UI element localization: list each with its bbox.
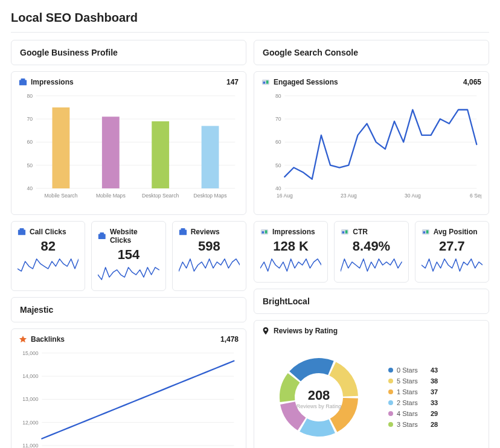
engaged-line-chart: 405060708016 Aug23 Aug30 Aug6 Sep — [261, 90, 481, 205]
legend-name: 5 Stars — [397, 377, 427, 385]
legend-value: 28 — [431, 421, 438, 428]
kpi-reviews: Reviews 598 — [172, 221, 246, 291]
donut-legend: 0 Stars435 Stars381 Stars372 Stars334 St… — [388, 366, 438, 428]
section-header-gbp: Google Business Profile — [11, 40, 246, 65]
svg-rect-21 — [20, 228, 24, 231]
divider — [11, 32, 489, 33]
legend-value: 38 — [431, 377, 438, 385]
legend-name: 1 Stars — [397, 388, 427, 395]
kpi-value: 128 K — [260, 238, 321, 254]
gbp-kpi-row: Call Clicks 82 Website Clicks 154 Review… — [11, 221, 246, 291]
kpi-title: Avg Position — [434, 228, 478, 236]
svg-rect-12 — [53, 107, 70, 188]
svg-text:40: 40 — [275, 185, 281, 191]
gbp-logo-icon — [19, 78, 27, 86]
svg-text:50: 50 — [27, 162, 33, 168]
widget-value: 4,065 — [463, 78, 481, 86]
kpi-value: 154 — [98, 247, 159, 263]
reviews-by-rating-card: Reviews by Rating 208Reviews by Rating 0… — [254, 320, 489, 448]
widget-title: Impressions — [31, 78, 74, 86]
svg-text:80: 80 — [27, 93, 33, 99]
kpi-title: Reviews — [191, 228, 220, 236]
gsc-logo-icon — [261, 78, 270, 86]
legend-name: 3 Stars — [397, 421, 427, 428]
kpi-title: CTR — [353, 228, 368, 236]
gbp-impressions-card: Impressions 147 4050607080Mobile SearchM… — [11, 71, 246, 215]
svg-text:40: 40 — [27, 185, 33, 191]
svg-text:Desktop Search: Desktop Search — [142, 193, 179, 199]
legend-row: 0 Stars43 — [388, 366, 438, 374]
svg-text:30 Aug: 30 Aug — [405, 193, 421, 199]
kpi-title: Impressions — [272, 228, 315, 236]
legend-value: 29 — [431, 410, 438, 417]
svg-text:15,000: 15,000 — [22, 350, 39, 356]
svg-text:23 Aug: 23 Aug — [341, 193, 357, 199]
right-column: Google Search Console Engaged Sessions 4… — [254, 40, 489, 448]
svg-text:70: 70 — [27, 116, 33, 122]
left-column: Google Business Profile Impressions 147 … — [11, 40, 246, 448]
legend-row: 3 Stars28 — [388, 421, 438, 428]
gsc-logo-icon — [260, 228, 269, 236]
kpi-ctr: CTR 8.49% — [334, 221, 408, 283]
svg-text:70: 70 — [275, 116, 281, 122]
section-header-majestic: Majestic — [11, 297, 246, 322]
legend-dot — [388, 389, 393, 394]
legend-name: 4 Stars — [397, 410, 427, 417]
gsc-kpi-row: Impressions 128 K CTR 8.49% Avg Position… — [254, 221, 489, 283]
svg-rect-42 — [266, 80, 269, 83]
gbp-logo-icon — [98, 232, 106, 240]
kpi-value: 8.49% — [341, 238, 402, 254]
gbp-logo-icon — [18, 228, 26, 236]
svg-text:11,000: 11,000 — [22, 443, 39, 448]
kpi-impressions: Impressions 128 K — [254, 221, 328, 283]
svg-rect-23 — [100, 232, 104, 234]
section-title: BrightLocal — [263, 296, 480, 306]
legend-row: 1 Stars37 — [388, 388, 438, 395]
svg-rect-59 — [265, 230, 268, 233]
legend-value: 43 — [431, 366, 438, 374]
section-title: Google Search Console — [263, 48, 480, 57]
section-header-brightlocal: BrightLocal — [254, 289, 489, 314]
kpi-avg-position: Avg Position 27.7 — [415, 221, 489, 283]
svg-text:13,000: 13,000 — [22, 396, 39, 402]
svg-text:80: 80 — [275, 93, 281, 99]
page-title: Local SEO Dashboard — [11, 11, 489, 25]
sparkline — [260, 257, 321, 274]
svg-rect-62 — [345, 230, 348, 233]
svg-rect-24 — [179, 230, 187, 235]
svg-text:60: 60 — [27, 139, 33, 145]
engaged-sessions-card: Engaged Sessions 4,065 405060708016 Aug2… — [254, 71, 489, 215]
widget-title: Engaged Sessions — [274, 78, 338, 86]
legend-row: 2 Stars33 — [388, 399, 438, 406]
legend-dot — [388, 368, 393, 373]
svg-text:12,000: 12,000 — [22, 420, 39, 426]
legend-row: 5 Stars38 — [388, 377, 438, 385]
legend-name: 0 Stars — [397, 366, 427, 374]
reviews-donut-chart: 208Reviews by Rating — [261, 346, 376, 448]
section-title: Majestic — [20, 305, 237, 315]
svg-rect-25 — [181, 228, 185, 231]
backlinks-line-chart: 11,00012,00013,00014,00015,00016 Aug23 A… — [19, 347, 239, 448]
svg-text:208: 208 — [308, 388, 330, 403]
svg-text:14,000: 14,000 — [22, 373, 39, 379]
sparkline — [179, 257, 240, 274]
svg-rect-0 — [19, 80, 27, 86]
svg-text:Mobile Maps: Mobile Maps — [96, 193, 126, 199]
star-icon — [19, 335, 27, 344]
svg-text:60: 60 — [275, 139, 281, 145]
kpi-call-clicks: Call Clicks 82 — [11, 221, 85, 291]
kpi-value: 82 — [18, 238, 79, 254]
kpi-title: Website Clicks — [110, 228, 159, 245]
sparkline — [341, 257, 402, 274]
pin-icon — [261, 327, 270, 335]
svg-text:Mobile Search: Mobile Search — [44, 193, 77, 199]
legend-value: 33 — [431, 399, 438, 406]
svg-rect-22 — [98, 234, 106, 239]
gsc-logo-icon — [341, 228, 349, 236]
svg-text:Desktop Maps: Desktop Maps — [194, 193, 227, 199]
legend-dot — [388, 422, 393, 427]
svg-rect-20 — [18, 230, 25, 235]
impressions-bar-chart: 4050607080Mobile SearchMobile MapsDeskto… — [19, 90, 239, 205]
widget-value: 1,478 — [220, 335, 239, 344]
svg-rect-16 — [152, 121, 169, 188]
